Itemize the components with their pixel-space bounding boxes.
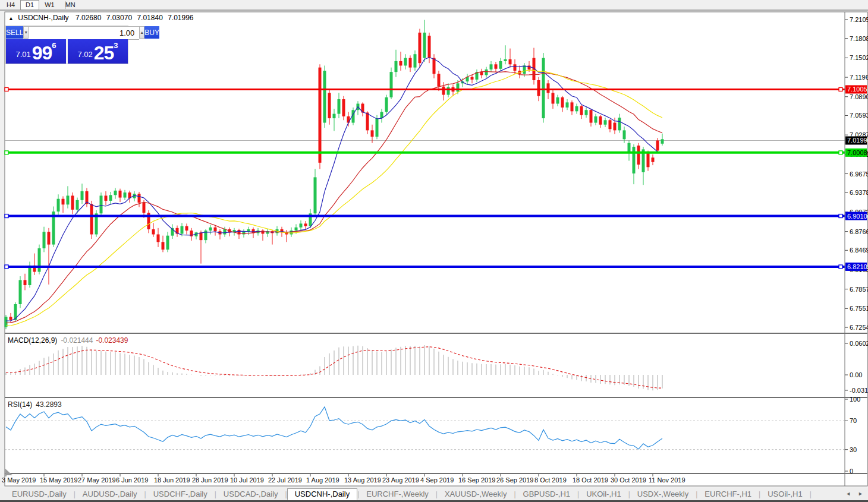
symbol-tab-audusddaily[interactable]: AUDUSD-,Daily [76,489,144,499]
svg-text:1 Aug 2019: 1 Aug 2019 [306,476,339,484]
svg-text:6.72540: 6.72540 [850,324,868,331]
svg-text:6.87660: 6.87660 [850,228,868,235]
symbol-tab-usdxweekly[interactable]: USDX-,Weekly [630,489,696,499]
timeframe-button-mn[interactable]: MN [60,0,81,10]
symbol-tab-xauusdweekly[interactable]: XAUUSD-,Weekly [438,489,514,499]
svg-text:6.75510: 6.75510 [850,305,868,312]
svg-text:0.060273: 0.060273 [850,340,868,347]
timeframe-button-h4[interactable]: H4 [1,0,20,10]
symbol-tab-usoilh1[interactable]: USOil-,H1 [760,489,810,499]
macd-signal-value: -0.023439 [96,336,128,345]
svg-text:7.08900: 7.08900 [850,93,868,100]
svg-text:13 Aug 2019: 13 Aug 2019 [344,476,381,484]
svg-text:22 Jul 2019: 22 Jul 2019 [268,476,302,484]
sell-price-panel[interactable]: 7.01 99 6 [6,39,66,64]
ohlc-close: 7.01996 [168,14,193,22]
buy-price-panel[interactable]: 7.02 25 3 [68,39,128,64]
svg-text:8 Oct 2019: 8 Oct 2019 [534,476,567,484]
svg-text:6.78570: 6.78570 [850,286,868,293]
svg-text:0.00: 0.00 [850,371,862,378]
macd-name: MACD(12,26,9) [8,336,57,345]
svg-text:18 Jun 2019: 18 Jun 2019 [154,476,190,484]
buy-price-big: 25 [94,43,114,62]
svg-text:23 Aug 2019: 23 Aug 2019 [382,476,419,484]
svg-text:7.10051: 7.10051 [847,86,868,93]
ohlc-open: 7.02680 [76,14,101,22]
svg-text:-0.031723: -0.031723 [850,387,868,394]
svg-text:4 Sep 2019: 4 Sep 2019 [420,476,454,484]
macd-indicator-label: MACD(12,26,9)-0.021444-0.023439 [8,336,128,345]
ohlc-low: 7.01840 [137,14,162,22]
spinner-up-icon: ▲ [140,30,144,34]
chart-symbol-label: USDCNH-,Daily [18,14,68,22]
svg-text:7.18080: 7.18080 [850,35,868,42]
symbol-tab-usdchfdaily[interactable]: USDCHF-,Daily [146,489,215,499]
tab-scroll-right-icon[interactable]: ► [858,491,863,497]
buy-price-sup: 3 [114,41,118,50]
timeframe-button-w1[interactable]: W1 [39,0,60,10]
svg-text:0: 0 [850,468,853,475]
buy-price-prefix: 7.02 [77,47,92,62]
svg-text:6.84690: 6.84690 [850,247,868,254]
chart-symbol-header: ▲ USDCNH-,Daily 7.02680 7.03070 7.01840 … [8,14,194,22]
tab-scroll-controls: ◄ ► [845,491,863,497]
svg-text:7.05930: 7.05930 [850,112,868,119]
rsi-value: 43.2893 [36,400,61,409]
symbol-tab-usdcaddaily[interactable]: USDCAD-,Daily [216,489,285,499]
symbol-tab-eurchfweekly[interactable]: EURCHF-,Weekly [359,489,436,499]
svg-text:7.00089: 7.00089 [847,149,868,156]
sell-price-big: 99 [32,43,52,62]
svg-text:11 Nov 2019: 11 Nov 2019 [649,476,685,484]
svg-text:7.21050: 7.21050 [850,16,868,23]
volume-input[interactable] [29,26,139,40]
svg-text:7.15020: 7.15020 [850,54,868,61]
svg-text:6 Jun 2019: 6 Jun 2019 [116,476,148,484]
tab-scroll-left-icon[interactable]: ◄ [845,491,851,497]
symbol-tab-gbpusdh1[interactable]: GBPUSD-,H1 [516,489,577,499]
symbol-tab-eurusddaily[interactable]: EURUSD-,Daily [5,489,74,499]
svg-text:7.11960: 7.11960 [850,74,868,81]
symbol-tab-ukoilh1[interactable]: UKOil-,H1 [579,489,628,499]
one-click-trading-widget: SELL ▼ ▲ BUY 7.01 99 6 7.02 25 3 [5,26,128,64]
symbol-tab-eurchfh1[interactable]: EURCHF-,H1 [697,489,759,499]
sell-price-prefix: 7.01 [15,47,30,62]
sell-button[interactable]: SELL [6,26,23,39]
tab-separator: | [810,490,812,498]
svg-text:6.82103: 6.82103 [847,263,868,270]
price-chart-canvas[interactable]: 7.210507.180807.150207.119607.089007.059… [0,0,868,502]
volume-increase-button[interactable]: ▲ [139,26,144,39]
svg-text:70: 70 [850,417,857,424]
collapse-quote-panel-icon[interactable]: ▲ [8,15,14,21]
svg-text:30: 30 [850,446,857,453]
svg-text:6.96750: 6.96750 [850,171,868,178]
svg-text:15 May 2019: 15 May 2019 [40,476,78,484]
svg-text:7.01996: 7.01996 [847,137,868,144]
svg-text:30 Oct 2019: 30 Oct 2019 [611,476,646,484]
rsi-indicator-label: RSI(14)43.2893 [8,400,62,409]
svg-text:6.93780: 6.93780 [850,189,868,196]
svg-text:28 Jun 2019: 28 Jun 2019 [192,476,228,484]
svg-text:10 Jul 2019: 10 Jul 2019 [230,476,264,484]
svg-text:16 Sep 2019: 16 Sep 2019 [458,476,495,484]
symbol-tab-bar: EURUSD-,Daily|AUDUSD-,Daily|USDCHF-,Dail… [0,488,868,500]
rsi-name: RSI(14) [8,400,32,409]
symbol-tab-usdcnhdaily[interactable]: USDCNH-,Daily [287,488,357,500]
spinner-down-icon: ▼ [24,30,28,34]
trading-platform-window: H4D1W1MN 7.210507.180807.150207.119607.0… [0,0,868,502]
svg-text:27 May 2019: 27 May 2019 [78,476,116,484]
svg-text:26 Sep 2019: 26 Sep 2019 [496,476,533,484]
buy-button[interactable]: BUY [144,26,159,39]
svg-text:6.90100: 6.90100 [847,213,868,220]
sell-price-sup: 6 [52,41,56,50]
svg-text:3 May 2019: 3 May 2019 [2,476,36,484]
timeframe-toolbar: H4D1W1MN [1,0,81,10]
volume-decrease-button[interactable]: ▼ [23,26,29,39]
ohlc-high: 7.03070 [106,14,132,22]
svg-text:100: 100 [850,396,860,403]
timeframe-button-d1[interactable]: D1 [20,0,39,10]
macd-main-value: -0.021444 [61,336,93,345]
svg-text:18 Oct 2019: 18 Oct 2019 [573,476,608,484]
